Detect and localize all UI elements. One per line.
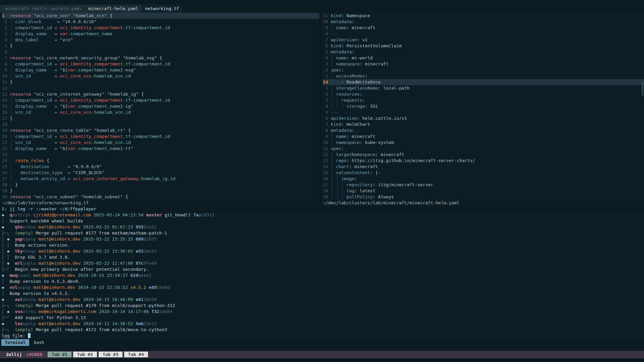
log-row: │ │ Drop EOL 3.7 and 3.8. bbox=[2, 254, 644, 260]
code-line: 30resource "oci_core_subnet" "homelab_su… bbox=[2, 194, 319, 200]
line-number: 26 bbox=[2, 170, 10, 176]
log-row: │ ◆ tkynxvqz matt@einhorn.dev 2025-03-22… bbox=[2, 248, 644, 254]
code-line: 29} bbox=[2, 188, 319, 194]
line-number: 1 bbox=[323, 73, 331, 79]
code-line: 10│ namespace: kube-system bbox=[323, 140, 644, 146]
terminal-tab-terminal[interactable]: Terminal bbox=[1, 339, 29, 346]
code-line: 25│ destination = "0.0.0.0/0" bbox=[2, 164, 319, 170]
line-number: 3 bbox=[323, 97, 331, 103]
line-number: 3 bbox=[2, 31, 10, 37]
code-line: 22│ display_name = "${var.compartment_na… bbox=[2, 146, 319, 152]
code-line: 12 bbox=[2, 85, 319, 91]
code-line: 9│ name: minecraft bbox=[323, 25, 644, 31]
prompt-input[interactable]: log file: bbox=[2, 333, 644, 339]
code-line: 17│ │ │ repository: itzg/minecraft-serve… bbox=[323, 182, 644, 188]
code-line: 5metadata: bbox=[323, 49, 644, 55]
terminal-pane-title: 1: jj log -r ::master ~/d/ffpyplayer bbox=[0, 206, 644, 212]
line-number: 29 bbox=[2, 188, 10, 194]
line-number: 12 bbox=[323, 152, 331, 158]
line-number: 19 bbox=[323, 194, 331, 200]
line-number: 17 bbox=[323, 182, 331, 188]
log-row: │ │ Bump actions version. bbox=[2, 242, 644, 248]
zellij-tab-4[interactable]: Tab #4 bbox=[124, 352, 148, 357]
log-row: ├─╯ Begin new primary device after poten… bbox=[2, 266, 644, 272]
line-number: 6 bbox=[2, 49, 10, 55]
log-row: ◆ vvlsvpxp matt@einhorn.dev 2024-10-15 2… bbox=[2, 285, 644, 291]
terminal-pane[interactable]: ◆ qmxttryn cjriddz@protonmail.com 2025-0… bbox=[0, 212, 644, 339]
code-line: 13│ repo: https://itzg.github.io/minecra… bbox=[323, 158, 644, 164]
code-line: 1resource "oci_core_vcn" "homelab_vcn" { bbox=[2, 13, 319, 19]
line-number: 24 bbox=[2, 158, 10, 164]
editor-pane-networking-tf[interactable]: 1resource "oci_core_vcn" "homelab_vcn" {… bbox=[0, 13, 319, 206]
terraform-code: 1resource "oci_core_vcn" "homelab_vcn" {… bbox=[0, 13, 319, 200]
code-line: 3│ display_name = var.compartment_name bbox=[2, 31, 319, 37]
line-number: 16 bbox=[323, 176, 331, 182]
line-number: 11 bbox=[323, 13, 331, 19]
code-line: 6apiVersion: helm.cattle.io/v1 bbox=[323, 115, 644, 121]
line-number: 16 bbox=[2, 109, 10, 115]
code-line: 4│ │ │ storage: 5Gi bbox=[323, 103, 644, 109]
code-line: 11} bbox=[2, 79, 319, 85]
log-row: ├─╯ Add support for Python 3.13 bbox=[2, 315, 644, 321]
editor-tab-minecraft-helm.yaml[interactable]: minecraft-helm.yaml bbox=[85, 5, 142, 13]
code-line: 6kind: PersistentVolumeClaim bbox=[323, 43, 644, 49]
code-line: 15│ valuesContent: |- bbox=[323, 170, 644, 176]
line-number: 18 bbox=[2, 121, 10, 127]
line-number: 15 bbox=[2, 103, 10, 109]
zellij-tab-2[interactable]: Tab #2 bbox=[73, 352, 97, 357]
line-number: 11 bbox=[323, 146, 331, 152]
line-number: 4 bbox=[323, 55, 331, 61]
code-line: 14│ chart: minecraft bbox=[323, 164, 644, 170]
code-line: 7resource "oci_core_network_security_gro… bbox=[2, 55, 319, 61]
line-number: 1 bbox=[2, 19, 10, 25]
code-line: 1│ storageClassName: local-path bbox=[323, 85, 644, 91]
log-row: ◆ mwqtswol matt@einhorn.dev 2024-10-15 2… bbox=[2, 272, 644, 278]
editor-tab-bar: minecraft-restic-secrets.yamlminecraft-h… bbox=[0, 0, 644, 13]
code-line: 18│ │ │ tag: latest bbox=[323, 188, 644, 194]
code-line: 24│ route_rules { bbox=[2, 158, 319, 164]
code-line: 10metadata: bbox=[323, 19, 644, 25]
code-line: 11spec: bbox=[323, 146, 644, 152]
code-line: 8│ compartment_id = oci_identity_compart… bbox=[2, 61, 319, 67]
code-line: 28│ } bbox=[2, 182, 319, 188]
editor-tab-minecraft-restic-secrets.yaml[interactable]: minecraft-restic-secrets.yaml bbox=[2, 5, 85, 13]
code-line: 3│ namespace: minecraft bbox=[323, 61, 644, 67]
log-row: │ Support aarch64 wheel builds bbox=[2, 218, 644, 224]
editor-tab-networking.tf[interactable]: networking.tf bbox=[142, 5, 183, 13]
line-number: 19 bbox=[2, 127, 10, 134]
line-number: 2 bbox=[323, 91, 331, 97]
code-line: 14│ compartment_id = oci_identity_compar… bbox=[2, 97, 319, 103]
code-line: 5--- bbox=[323, 109, 644, 115]
zellij-tab-3[interactable]: Tab #3 bbox=[99, 352, 122, 357]
log-row: ├─╮ (empty) Merge pull request #170 from… bbox=[2, 303, 644, 309]
left-file-path: ~/dev/lab/terraform/networking.tf bbox=[0, 200, 319, 206]
line-number: 6 bbox=[323, 43, 331, 49]
code-line: 4│ dns_label = "vcn" bbox=[2, 37, 319, 43]
line-number: 7 bbox=[323, 37, 331, 43]
yaml-code: 11kind: Namespace10metadata:9│ name: min… bbox=[321, 13, 644, 200]
code-line: 6 bbox=[2, 49, 319, 55]
zellij-tab-1[interactable]: Tab #1 bbox=[48, 352, 71, 357]
code-line: 4│ name: mc-world bbox=[323, 55, 644, 61]
line-number: 9 bbox=[323, 134, 331, 140]
code-line: 5} bbox=[2, 43, 319, 49]
line-number: 7 bbox=[323, 121, 331, 127]
terminal-tab-bash[interactable]: bash bbox=[32, 339, 46, 346]
line-number: 4 bbox=[323, 103, 331, 109]
log-row: ├─╮ (empty) Merge pull request #177 from… bbox=[2, 230, 644, 236]
log-row: ├─╮ (empty) Merge pull request #172 from… bbox=[2, 327, 644, 333]
code-line: 19resource "oci_core_route_table" "homel… bbox=[2, 127, 319, 134]
line-number: 8 bbox=[323, 31, 331, 37]
editor-pane-minecraft-helm-yaml[interactable]: 11kind: Namespace10metadata:9│ name: min… bbox=[321, 13, 644, 206]
line-number: 15 bbox=[323, 170, 331, 176]
line-number: 13 bbox=[2, 91, 10, 97]
line-number: 5 bbox=[323, 109, 331, 115]
log-row: │ ◆ mrlyvplo matt@einhorn.dev 2025-03-22… bbox=[2, 260, 644, 266]
line-number: 27 bbox=[2, 176, 10, 182]
code-line: 23 bbox=[2, 152, 319, 158]
code-line: 1│ cidr_block = "10.0.0.0/16" bbox=[2, 19, 319, 25]
line-number: 5 bbox=[323, 49, 331, 55]
line-number: 6 bbox=[323, 115, 331, 121]
scrollbar-thumb[interactable] bbox=[642, 82, 643, 96]
line-number: 13 bbox=[323, 158, 331, 164]
